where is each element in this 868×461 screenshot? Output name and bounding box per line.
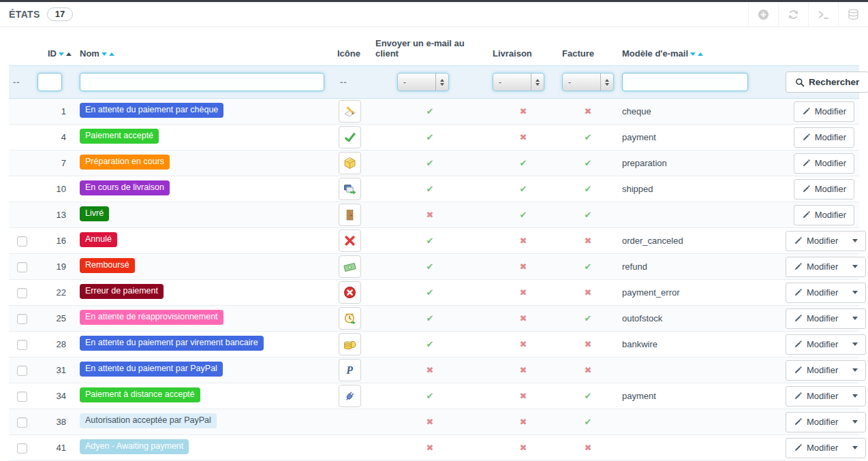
- row-checkbox[interactable]: [17, 443, 27, 454]
- row-checkbox[interactable]: [17, 262, 27, 272]
- column-header-nom[interactable]: Nom: [76, 27, 333, 66]
- email-template: payment: [618, 125, 781, 150]
- cross-icon: [427, 365, 434, 375]
- check-icon: [585, 261, 592, 272]
- pencil-icon: [802, 185, 811, 193]
- chevron-down-icon[interactable]: [852, 420, 858, 424]
- livraison-filter-select[interactable]: -: [493, 73, 544, 91]
- chevron-down-icon[interactable]: [852, 446, 858, 449]
- cross-icon: [520, 287, 527, 298]
- table-body: 1 En attente du paiement par chèque cheq…: [9, 99, 859, 461]
- sort-desc-icon[interactable]: [59, 52, 64, 56]
- pencil-icon: [794, 392, 803, 400]
- refresh-button[interactable]: [778, 2, 808, 27]
- state-id: 28: [33, 332, 76, 357]
- status-badge: Paiement à distance accepté: [80, 387, 200, 402]
- email-template: preparation: [618, 150, 781, 176]
- truck-icon: [339, 178, 361, 200]
- pencil-icon: [794, 288, 803, 297]
- sort-asc-icon[interactable]: [66, 52, 72, 56]
- chevron-down-icon[interactable]: [852, 394, 858, 398]
- column-header-modele[interactable]: Modèle d'e-mail: [618, 27, 781, 66]
- status-badge: En cours de livraison: [80, 180, 170, 195]
- edit-button[interactable]: Modifier: [794, 153, 854, 174]
- edit-button[interactable]: Modifier: [786, 283, 866, 303]
- sort-desc-icon[interactable]: [690, 52, 696, 56]
- column-header-id[interactable]: ID: [33, 27, 76, 66]
- email-template: bankwire: [618, 332, 781, 357]
- pencil-icon: [802, 133, 811, 142]
- chevron-down-icon[interactable]: [852, 317, 858, 320]
- check-icon: [520, 158, 527, 168]
- pencil-icon: [794, 340, 803, 349]
- row-checkbox[interactable]: [17, 392, 27, 402]
- pencil-icon: [794, 366, 803, 375]
- status-badge: En attente du paiement par PayPal: [80, 362, 223, 377]
- status-badge: Préparation en cours: [80, 155, 170, 170]
- sort-asc-icon[interactable]: [109, 52, 114, 56]
- sort-asc-icon[interactable]: [698, 52, 703, 56]
- database-button[interactable]: [838, 2, 868, 27]
- table-row: 25 En attente de réapprovisionnement out…: [9, 306, 859, 332]
- check-icon: [427, 106, 434, 116]
- edit-button[interactable]: Modifier: [786, 334, 866, 355]
- chevron-down-icon[interactable]: [852, 239, 858, 242]
- edit-button[interactable]: Modifier: [786, 412, 866, 432]
- column-header-livraison: Livraison: [489, 27, 558, 66]
- edit-button[interactable]: Modifier: [786, 308, 866, 329]
- search-button[interactable]: Rechercher: [786, 71, 868, 93]
- email-template: [618, 409, 781, 435]
- table-row: 22 Erreur de paiement payment_error Modi…: [9, 280, 859, 306]
- id-filter-input[interactable]: [37, 73, 62, 91]
- edit-button[interactable]: Modifier: [794, 179, 854, 200]
- chevron-down-icon[interactable]: [852, 368, 858, 372]
- cross-icon: [520, 106, 527, 116]
- sort-desc-icon[interactable]: [102, 52, 107, 56]
- chevron-down-icon[interactable]: [852, 265, 858, 268]
- edit-button[interactable]: Modifier: [786, 360, 866, 381]
- terminal-button[interactable]: [808, 2, 838, 27]
- edit-button[interactable]: Modifier: [794, 127, 854, 148]
- edit-button[interactable]: Modifier: [794, 101, 854, 122]
- cross-icon: [585, 339, 592, 349]
- email-template: [618, 435, 781, 461]
- row-checkbox[interactable]: [17, 417, 27, 428]
- modele-filter-input[interactable]: [622, 73, 748, 91]
- state-id: 41: [33, 435, 76, 461]
- chevron-down-icon[interactable]: [852, 291, 858, 294]
- edit-button[interactable]: Modifier: [786, 257, 866, 277]
- pencil-icon: [802, 159, 811, 168]
- error-icon: [339, 281, 361, 304]
- check-icon: [585, 391, 592, 401]
- spinner-arrows-icon: [435, 74, 448, 91]
- cross-icon: [520, 391, 527, 401]
- state-id: 19: [33, 254, 76, 280]
- check-icon: [585, 417, 592, 427]
- table-row: 16 Annulé order_canceled Modifier: [9, 228, 859, 254]
- email-template: outofstock: [618, 306, 781, 332]
- check-icon: [339, 126, 361, 148]
- chevron-down-icon[interactable]: [852, 343, 858, 346]
- add-button[interactable]: [748, 2, 778, 27]
- table-row: 38 Autorisation acceptée par PayPal Modi…: [9, 409, 859, 435]
- table-row: 31 En attente du paiement par PayPal Mod…: [9, 357, 859, 383]
- row-checkbox[interactable]: [17, 366, 27, 376]
- table-row: 34 Paiement à distance accepté payment M…: [9, 383, 859, 409]
- edit-button[interactable]: Modifier: [786, 438, 866, 458]
- facture-filter-select[interactable]: -: [562, 73, 614, 91]
- row-checkbox[interactable]: [17, 288, 27, 298]
- edit-button[interactable]: Modifier: [794, 205, 854, 225]
- nom-filter-input[interactable]: [80, 73, 324, 91]
- column-header-actions: [781, 27, 859, 66]
- check-icon: [427, 287, 434, 298]
- cross-icon: [585, 443, 592, 453]
- row-checkbox[interactable]: [17, 340, 27, 350]
- row-checkbox[interactable]: [17, 314, 27, 324]
- check-icon: [427, 261, 434, 272]
- edit-button[interactable]: Modifier: [786, 386, 866, 407]
- email-filter-select[interactable]: -: [397, 73, 449, 91]
- edit-button[interactable]: Modifier: [786, 231, 866, 251]
- check-icon: [585, 158, 592, 168]
- table-row: 13 Livré Modifier: [9, 202, 859, 228]
- row-checkbox[interactable]: [17, 236, 27, 247]
